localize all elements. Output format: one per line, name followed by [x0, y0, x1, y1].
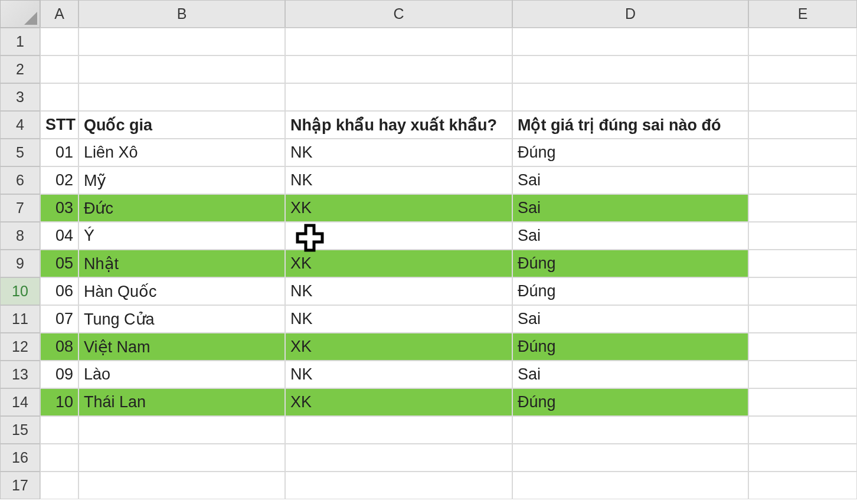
- column-header-A[interactable]: A: [40, 0, 78, 28]
- cell-B1[interactable]: [78, 28, 285, 55]
- column-header-B[interactable]: B: [78, 0, 285, 28]
- cell-C9[interactable]: XK: [285, 250, 512, 277]
- row-header-14[interactable]: 14: [0, 388, 40, 416]
- cell-E1[interactable]: [748, 28, 857, 55]
- cell-D10[interactable]: Đúng: [512, 277, 748, 305]
- cell-B14[interactable]: Thái Lan: [78, 388, 285, 416]
- row-header-12[interactable]: 12: [0, 333, 40, 361]
- cell-E13[interactable]: [748, 361, 857, 388]
- cell-E11[interactable]: [748, 305, 857, 333]
- row-header-2[interactable]: 2: [0, 55, 40, 83]
- cell-E4[interactable]: [748, 111, 857, 139]
- cell-B7[interactable]: Đức: [78, 194, 285, 222]
- cell-A1[interactable]: [40, 28, 78, 55]
- cell-D1[interactable]: [512, 28, 748, 55]
- cell-E9[interactable]: [748, 250, 857, 277]
- cell-E2[interactable]: [748, 55, 857, 83]
- cell-C8[interactable]: [285, 222, 512, 250]
- row-header-6[interactable]: 6: [0, 166, 40, 194]
- cell-D11[interactable]: Sai: [512, 305, 748, 333]
- cell-D17[interactable]: [512, 472, 748, 499]
- cell-E15[interactable]: [748, 416, 857, 444]
- cell-D7[interactable]: Sai: [512, 194, 748, 222]
- select-all-corner[interactable]: [0, 0, 40, 28]
- cell-B4[interactable]: Quốc gia: [78, 111, 285, 139]
- cell-D3[interactable]: [512, 83, 748, 111]
- cell-A7[interactable]: 03: [40, 194, 78, 222]
- cell-A11[interactable]: 07: [40, 305, 78, 333]
- cell-D4[interactable]: Một giá trị đúng sai nào đó: [512, 111, 748, 139]
- cell-E6[interactable]: [748, 166, 857, 194]
- cell-C13[interactable]: NK: [285, 361, 512, 388]
- row-header-17[interactable]: 17: [0, 472, 40, 499]
- row-header-11[interactable]: 11: [0, 305, 40, 333]
- cell-A17[interactable]: [40, 472, 78, 499]
- cell-E8[interactable]: [748, 222, 857, 250]
- cell-D5[interactable]: Đúng: [512, 139, 748, 166]
- row-header-8[interactable]: 8: [0, 222, 40, 250]
- cell-E12[interactable]: [748, 333, 857, 361]
- cell-D6[interactable]: Sai: [512, 166, 748, 194]
- cell-A12[interactable]: 08: [40, 333, 78, 361]
- cell-B12[interactable]: Việt Nam: [78, 333, 285, 361]
- cell-B13[interactable]: Lào: [78, 361, 285, 388]
- cell-C2[interactable]: [285, 55, 512, 83]
- cell-B2[interactable]: [78, 55, 285, 83]
- row-header-3[interactable]: 3: [0, 83, 40, 111]
- cell-A9[interactable]: 05: [40, 250, 78, 277]
- cell-C4[interactable]: Nhập khẩu hay xuất khẩu?: [285, 111, 512, 139]
- cell-A8[interactable]: 04: [40, 222, 78, 250]
- row-header-15[interactable]: 15: [0, 416, 40, 444]
- cell-B16[interactable]: [78, 444, 285, 472]
- row-header-5[interactable]: 5: [0, 139, 40, 166]
- cell-D12[interactable]: Đúng: [512, 333, 748, 361]
- column-header-D[interactable]: D: [512, 0, 748, 28]
- row-header-10[interactable]: 10: [0, 277, 40, 305]
- cell-A13[interactable]: 09: [40, 361, 78, 388]
- cell-B3[interactable]: [78, 83, 285, 111]
- cell-A5[interactable]: 01: [40, 139, 78, 166]
- cell-E5[interactable]: [748, 139, 857, 166]
- cell-A16[interactable]: [40, 444, 78, 472]
- cell-E14[interactable]: [748, 388, 857, 416]
- row-header-7[interactable]: 7: [0, 194, 40, 222]
- cell-D8[interactable]: Sai: [512, 222, 748, 250]
- row-header-16[interactable]: 16: [0, 444, 40, 472]
- cell-C11[interactable]: NK: [285, 305, 512, 333]
- cell-B15[interactable]: [78, 416, 285, 444]
- cell-B8[interactable]: Ý: [78, 222, 285, 250]
- cell-D13[interactable]: Sai: [512, 361, 748, 388]
- cell-D14[interactable]: Đúng: [512, 388, 748, 416]
- cell-A10[interactable]: 06: [40, 277, 78, 305]
- cell-C10[interactable]: NK: [285, 277, 512, 305]
- row-header-4[interactable]: 4: [0, 111, 40, 139]
- cell-A3[interactable]: [40, 83, 78, 111]
- column-header-C[interactable]: C: [285, 0, 512, 28]
- row-header-1[interactable]: 1: [0, 28, 40, 55]
- cell-B5[interactable]: Liên Xô: [78, 139, 285, 166]
- cell-C14[interactable]: XK: [285, 388, 512, 416]
- cell-E17[interactable]: [748, 472, 857, 499]
- cell-C17[interactable]: [285, 472, 512, 499]
- cell-C12[interactable]: XK: [285, 333, 512, 361]
- cell-E16[interactable]: [748, 444, 857, 472]
- cell-D16[interactable]: [512, 444, 748, 472]
- cell-A2[interactable]: [40, 55, 78, 83]
- cell-D9[interactable]: Đúng: [512, 250, 748, 277]
- row-header-13[interactable]: 13: [0, 361, 40, 388]
- cell-A15[interactable]: [40, 416, 78, 444]
- cell-B11[interactable]: Tung Cửa: [78, 305, 285, 333]
- cell-C5[interactable]: NK: [285, 139, 512, 166]
- cell-E7[interactable]: [748, 194, 857, 222]
- cell-C6[interactable]: NK: [285, 166, 512, 194]
- cell-C7[interactable]: XK: [285, 194, 512, 222]
- cell-B9[interactable]: Nhật: [78, 250, 285, 277]
- cell-C3[interactable]: [285, 83, 512, 111]
- cell-B6[interactable]: Mỹ: [78, 166, 285, 194]
- cell-B10[interactable]: Hàn Quốc: [78, 277, 285, 305]
- column-header-E[interactable]: E: [748, 0, 857, 28]
- cell-E3[interactable]: [748, 83, 857, 111]
- cell-A14[interactable]: 10: [40, 388, 78, 416]
- cell-C15[interactable]: [285, 416, 512, 444]
- row-header-9[interactable]: 9: [0, 250, 40, 277]
